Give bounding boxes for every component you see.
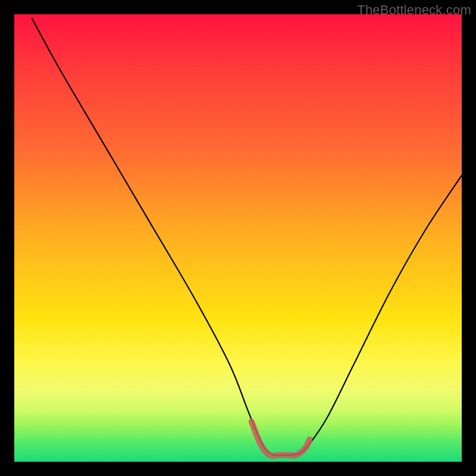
chart-stage: TheBottleneck.com <box>0 0 476 476</box>
chart-svg <box>14 14 462 462</box>
plot-area <box>14 14 462 462</box>
curve-path <box>32 19 462 456</box>
trough-path <box>252 421 310 456</box>
